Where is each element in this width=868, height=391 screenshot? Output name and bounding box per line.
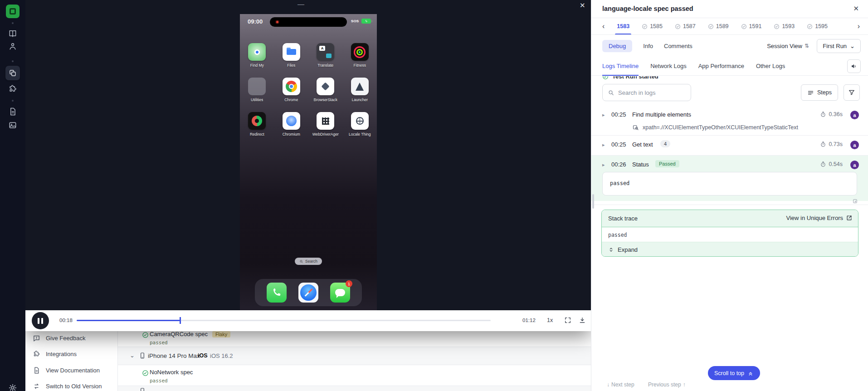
menu-item-view-documentation[interactable]: View Documentation	[25, 363, 117, 377]
appium-icon[interactable]: a	[850, 161, 859, 169]
app-redirect[interactable]: Redirect	[240, 112, 274, 137]
video-player-overlay: — ✕ 09:00 SOS ϟ Find My Files ATranslate…	[25, 0, 591, 331]
playback-speed-button[interactable]: 1x	[547, 317, 553, 323]
chevron-down-icon[interactable]: ⌄	[130, 352, 135, 359]
log-output-text: passed	[610, 180, 629, 186]
sidebar-item-docs[interactable]	[0, 29, 25, 38]
search-input[interactable]	[618, 85, 688, 100]
build-session-tabs: ‹ 1583 1585 1587 1589 1591 1593 1595 ›	[591, 18, 868, 35]
app-browserstack[interactable]: BrowserStack	[308, 78, 343, 102]
session-tab-1583[interactable]: 1583	[617, 18, 629, 34]
scroll-to-top-button[interactable]: Scroll to top	[708, 366, 760, 380]
sidebar-item-gallery[interactable]	[0, 121, 25, 130]
expand-caret-icon[interactable]: ▸	[602, 142, 605, 148]
panel-scrollbar-thumb[interactable]	[592, 194, 594, 209]
session-tab-1585[interactable]: 1585	[642, 18, 663, 34]
device-group-row[interactable]: ⌄ iPhone 14 Pro Max iOS iOS 16.2	[118, 347, 591, 365]
log-row-status[interactable]: ▸ 00:26 Status Passed 0.54s a passed	[591, 156, 868, 201]
tab-info[interactable]: Info	[643, 43, 653, 49]
app-utilities[interactable]: Utilities	[240, 78, 274, 102]
log-row-get-text[interactable]: ▸ 00:25 Get text 4 0.73s a	[591, 136, 868, 156]
phone-app-icon[interactable]	[267, 283, 287, 303]
check-circle-icon	[741, 24, 747, 29]
view-in-unique-errors-link[interactable]: View in Unique Errors	[786, 215, 853, 221]
chrome-icon	[283, 78, 300, 95]
appium-icon[interactable]: a	[850, 141, 859, 149]
previous-step-button[interactable]: Previous step ↑	[648, 381, 686, 388]
close-icon[interactable]: ✕	[853, 5, 859, 13]
playhead[interactable]	[180, 317, 181, 324]
check-circle-icon	[142, 332, 149, 338]
download-button[interactable]	[579, 317, 586, 324]
next-step-button[interactable]: ↓ Next step	[607, 381, 634, 388]
minimize-icon[interactable]: —	[297, 0, 304, 8]
spotlight-search-pill[interactable]: Search	[295, 258, 322, 265]
puzzle-icon	[8, 84, 17, 93]
menu-label: Switch to Old Version	[46, 383, 102, 390]
chevron-right-icon[interactable]: ›	[858, 22, 860, 30]
list-icon	[807, 89, 814, 96]
battery-icon: ϟ	[361, 19, 371, 24]
tab-other-logs[interactable]: Other Logs	[756, 57, 785, 75]
session-tab-1595[interactable]: 1595	[807, 18, 828, 34]
session-tab-1591[interactable]: 1591	[741, 18, 762, 34]
app-files[interactable]: Files	[274, 43, 309, 68]
safari-app-icon[interactable]	[298, 283, 318, 303]
seek-bar[interactable]	[77, 320, 491, 321]
device-group-row-partial[interactable]	[118, 386, 591, 391]
locator-line: xpath=.//XCUIElementTypeOther/XCUIElemen…	[632, 124, 798, 131]
app-chrome[interactable]: Chrome	[274, 78, 309, 102]
resize-handle-icon[interactable]	[852, 198, 858, 204]
section-divider	[591, 205, 868, 205]
app-webdriveragent[interactable]: WebDriverAgen...	[308, 112, 343, 137]
log-row-find-multiple-elements[interactable]: ▸ 00:25 Find multiple elements 0.36s a x…	[591, 106, 868, 136]
app-grid-row: Find My Files ATranslate Fitness	[240, 43, 377, 68]
tab-logs-timeline[interactable]: Logs Timeline	[602, 57, 639, 75]
menu-item-switch-old-version[interactable]: Switch to Old Version	[25, 379, 117, 391]
stack-trace-expand[interactable]: Expand	[602, 242, 858, 257]
sidebar-item-integrations[interactable]	[0, 84, 25, 93]
tab-network-logs[interactable]: Network Logs	[650, 57, 686, 75]
menu-item-give-feedback[interactable]: Give Feedback	[25, 331, 117, 345]
log-output-box: passed	[602, 172, 857, 196]
expand-caret-icon[interactable]: ▸	[602, 112, 605, 118]
tab-comments[interactable]: Comments	[664, 43, 692, 49]
sidebar-item-app-automate[interactable]	[0, 66, 25, 80]
expand-caret-icon[interactable]: ▸	[602, 162, 605, 168]
app-findmy[interactable]: Find My	[240, 43, 274, 68]
messages-app-icon[interactable]: 1	[330, 283, 350, 303]
app-locale-thing[interactable]: Locale Thing	[343, 112, 377, 137]
session-tab-1593[interactable]: 1593	[774, 18, 795, 34]
tab-app-performance[interactable]: App Performance	[698, 57, 744, 75]
close-icon[interactable]: ✕	[580, 1, 585, 10]
test-row-nonetwork[interactable]: NoNetwork spec passed	[118, 365, 591, 386]
app-logo[interactable]	[6, 5, 20, 18]
app-chromium[interactable]: Chromium	[274, 112, 309, 137]
document-icon	[33, 367, 40, 374]
filter-button[interactable]	[844, 84, 860, 101]
first-run-dropdown[interactable]: First Run ⌄	[817, 39, 861, 53]
document-icon	[8, 107, 17, 116]
appium-icon[interactable]: a	[850, 111, 859, 119]
session-view-selector[interactable]: Session View ⇅	[767, 43, 809, 49]
sidebar-item-reports[interactable]	[0, 107, 25, 116]
session-tab-1587[interactable]: 1587	[675, 18, 696, 34]
sidebar-item-accessibility[interactable]	[0, 42, 25, 51]
launcher-icon	[351, 78, 369, 95]
app-fitness[interactable]: Fitness	[343, 43, 377, 68]
pause-button[interactable]	[32, 312, 49, 329]
app-translate[interactable]: ATranslate	[308, 43, 343, 68]
steps-filter-button[interactable]: Steps	[801, 84, 838, 101]
findmy-icon	[248, 43, 266, 61]
app-launcher[interactable]: Launcher	[343, 78, 377, 102]
search-input-wrapper	[602, 84, 691, 101]
chevron-left-icon[interactable]: ‹	[602, 22, 605, 30]
audio-toggle-button[interactable]	[847, 59, 861, 73]
menu-item-integrations[interactable]: Integrations	[25, 347, 117, 361]
stack-trace-header: Stack trace View in Unique Errors	[602, 210, 858, 227]
files-icon	[283, 43, 300, 61]
fullscreen-button[interactable]	[564, 317, 571, 324]
tab-debug[interactable]: Debug	[602, 40, 632, 52]
sidebar-item-settings[interactable]	[0, 383, 25, 391]
session-tab-1589[interactable]: 1589	[708, 18, 729, 34]
